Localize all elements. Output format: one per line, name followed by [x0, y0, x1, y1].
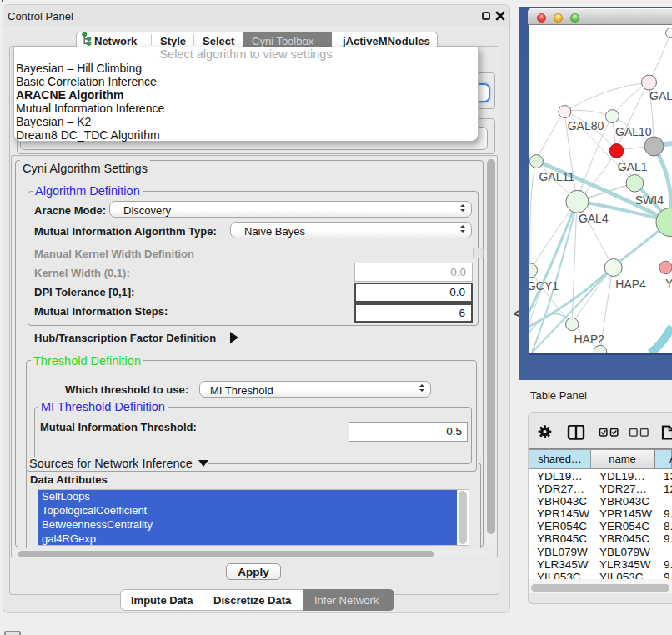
svg-text:GCY1: GCY1: [529, 279, 559, 292]
svg-text:Y: Y: [665, 277, 672, 290]
svg-text:GAL7: GAL7: [649, 89, 672, 102]
svg-text:GAL11: GAL11: [539, 170, 574, 183]
svg-text:SWI4: SWI4: [635, 193, 664, 207]
svg-text:GAL4: GAL4: [579, 212, 609, 225]
svg-text:HAP4: HAP4: [615, 278, 646, 291]
svg-text:GAL80: GAL80: [568, 119, 604, 132]
svg-text:GAL1: GAL1: [618, 160, 648, 173]
svg-text:GAL10: GAL10: [615, 125, 652, 138]
svg-text:HAP2: HAP2: [574, 332, 605, 346]
